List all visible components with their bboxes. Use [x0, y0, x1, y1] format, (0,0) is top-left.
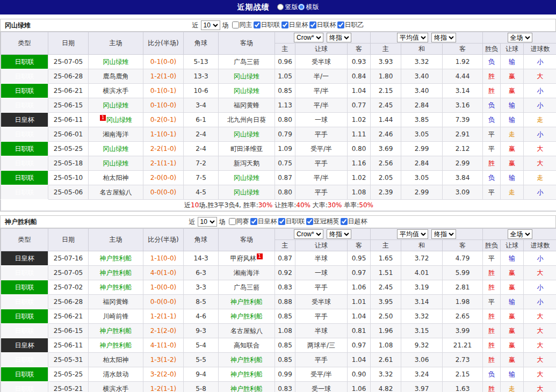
home-team-cell[interactable]: 川崎前锋 [89, 309, 143, 324]
team-link[interactable]: 神户胜利船 [100, 284, 132, 291]
home-team-cell[interactable]: 神户胜利船 [89, 266, 143, 280]
home-team-cell[interactable]: 横滨水手 [89, 84, 143, 98]
filter-option[interactable]: 日职乙 [337, 20, 364, 30]
away-team-cell[interactable]: 神户胜利船 [219, 367, 275, 382]
team-link[interactable]: 冈山绿雉 [234, 87, 259, 95]
team-link[interactable]: 高知联合 [234, 342, 259, 349]
home-team-cell[interactable]: 名古屋鲸八 [89, 185, 143, 200]
team-link[interactable]: 神户胜利船 [230, 313, 263, 320]
away-team-cell[interactable]: 福冈黄蜂 [219, 98, 275, 113]
team-link[interactable]: 冈山绿雉 [234, 72, 259, 80]
filter-checkbox[interactable] [232, 21, 239, 28]
asia-time-select[interactable]: 终指 [327, 229, 351, 239]
asia-bookmaker-select[interactable]: Crow* [294, 229, 323, 239]
team-link[interactable]: 清水鼓动 [103, 371, 129, 378]
match-count-select[interactable]: 10 [201, 20, 220, 30]
team-link[interactable]: 神户胜利船 [230, 371, 263, 378]
filter-option[interactable]: 日皇杯 [250, 217, 277, 226]
filter-checkbox[interactable] [309, 21, 316, 28]
team-link[interactable]: 柏太阳神 [103, 174, 129, 182]
team-link[interactable]: 冈山绿雉 [103, 145, 129, 153]
away-team-cell[interactable]: 神户胜利船 [219, 353, 275, 367]
team-link[interactable]: 湘南海洋 [234, 269, 259, 277]
team-link[interactable]: 神户胜利船 [230, 356, 263, 364]
team-link[interactable]: 神户胜利船 [100, 269, 132, 277]
filter-option[interactable]: 同主 [232, 20, 252, 30]
scope-select[interactable]: 全场 [508, 229, 532, 239]
away-team-cell[interactable]: 冈山绿雉 [219, 84, 275, 98]
home-team-cell[interactable]: 冈山绿雉 [89, 142, 143, 156]
filter-checkbox[interactable] [341, 218, 348, 225]
filter-checkbox[interactable] [281, 21, 288, 28]
filter-option[interactable]: 日职联 [278, 217, 305, 226]
filter-checkbox[interactable] [250, 218, 257, 225]
asia-time-select[interactable]: 终指 [327, 33, 351, 42]
layout-radio[interactable] [277, 4, 284, 10]
team-link[interactable]: 名古屋鲸八 [230, 327, 263, 335]
away-team-cell[interactable]: 冈山绿雉 [219, 185, 275, 200]
away-team-cell[interactable]: 町田泽维亚 [219, 142, 275, 156]
home-team-cell[interactable]: 神户胜利船 [89, 324, 143, 338]
home-team-cell[interactable]: 横滨水手 [89, 382, 143, 392]
filter-option[interactable]: 日超杯 [341, 217, 367, 226]
asia-bookmaker-select[interactable]: Crow* [294, 33, 323, 42]
filter-option[interactable]: 同赛 [229, 217, 249, 226]
away-team-cell[interactable]: 高知联合 [219, 338, 275, 353]
away-team-cell[interactable]: 广岛三箭 [219, 280, 275, 295]
home-team-cell[interactable]: 清水鼓动 [89, 367, 143, 382]
team-link[interactable]: 新泻天鹅 [234, 159, 259, 167]
home-team-cell[interactable]: 柏太阳神 [89, 171, 143, 185]
team-link[interactable]: 冈山绿雉 [103, 159, 129, 167]
home-team-cell[interactable]: 冈山绿雉 [89, 55, 143, 69]
away-team-cell[interactable]: 冈山绿雉 [219, 171, 275, 185]
layout-radio[interactable] [298, 4, 305, 10]
team-link[interactable]: 横滨水手 [103, 385, 129, 392]
home-team-cell[interactable]: 神户胜利船 [89, 251, 143, 266]
team-link[interactable]: 神户胜利船 [230, 298, 263, 306]
team-link[interactable]: 甲府风林 [230, 255, 256, 262]
home-team-cell[interactable]: 冈山绿雉 [89, 98, 143, 113]
team-link[interactable]: 冈山绿雉 [106, 116, 132, 124]
team-link[interactable]: 川崎前锋 [103, 313, 129, 320]
away-team-cell[interactable]: 湘南海洋 [219, 266, 275, 280]
home-team-cell[interactable]: 神户胜利船 [89, 338, 143, 353]
away-team-cell[interactable]: 甲府风林1 [219, 251, 275, 266]
team-link[interactable]: 冈山绿雉 [234, 130, 259, 138]
home-team-cell[interactable]: 湘南海洋 [89, 127, 143, 142]
team-link[interactable]: 北九州向日葵 [227, 116, 266, 124]
scope-select[interactable]: 全场 [508, 33, 532, 42]
home-team-cell[interactable]: 冈山绿雉 [89, 156, 143, 171]
team-link[interactable]: 神户胜利船 [100, 342, 132, 349]
team-link[interactable]: 冈山绿雉 [103, 101, 129, 109]
team-link[interactable]: 神户胜利船 [230, 385, 263, 392]
filter-checkbox[interactable] [278, 218, 285, 225]
layout-option[interactable]: 横版 [298, 3, 319, 12]
filter-checkbox[interactable] [337, 21, 344, 28]
euro-bookmaker-select[interactable]: 平均值 [397, 229, 428, 239]
team-link[interactable]: 冈山绿雉 [234, 174, 259, 182]
away-team-cell[interactable]: 广岛三箭 [219, 55, 275, 69]
team-link[interactable]: 柏太阳神 [103, 356, 129, 364]
filter-option[interactable]: 亚冠精英 [306, 217, 340, 226]
filter-option[interactable]: 日皇杯 [281, 20, 308, 30]
team-link[interactable]: 广岛三箭 [234, 284, 259, 291]
team-link[interactable]: 神户胜利船 [100, 327, 132, 335]
team-link[interactable]: 名古屋鲸八 [100, 188, 132, 196]
team-link[interactable]: 町田泽维亚 [230, 145, 263, 153]
team-link[interactable]: 冈山绿雉 [103, 58, 129, 66]
away-team-cell[interactable]: 名古屋鲸八 [219, 324, 275, 338]
away-team-cell[interactable]: 神户胜利船 [219, 382, 275, 392]
team-link[interactable]: 福冈黄蜂 [234, 101, 259, 109]
euro-bookmaker-select[interactable]: 平均值 [397, 33, 428, 42]
filter-option[interactable]: 日职联 [254, 20, 280, 30]
home-team-cell[interactable]: 神户胜利船 [89, 280, 143, 295]
away-team-cell[interactable]: 北九州向日葵 [219, 113, 275, 127]
layout-option[interactable]: 竖版 [277, 3, 298, 12]
filter-checkbox[interactable] [254, 21, 261, 28]
team-link[interactable]: 神户胜利船 [100, 255, 132, 262]
euro-time-select[interactable]: 终指 [431, 229, 456, 239]
filter-checkbox[interactable] [306, 218, 313, 225]
team-link[interactable]: 福冈黄蜂 [103, 298, 129, 306]
away-team-cell[interactable]: 神户胜利船 [219, 295, 275, 309]
team-link[interactable]: 湘南海洋 [103, 130, 129, 138]
